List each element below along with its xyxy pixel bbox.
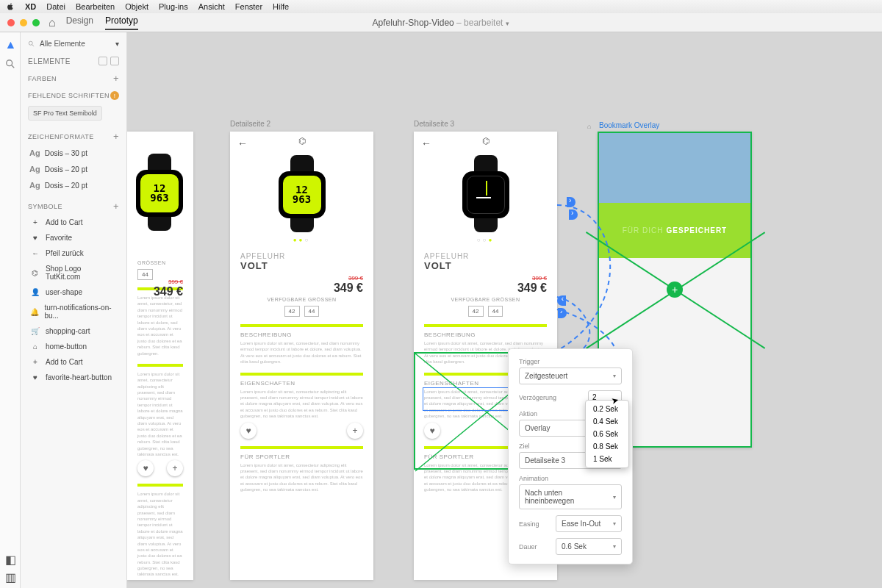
back-arrow-icon[interactable]: ← <box>237 137 248 149</box>
section-char-styles[interactable]: Zeichenformate+ <box>28 131 119 142</box>
filter-elements[interactable]: Alle Elemente ▾ <box>28 40 119 48</box>
artboard-detail2[interactable]: Detailseite 2 ← ⌬ 12963 ●●○ APFELUHR VOL… <box>230 132 373 580</box>
delay-option[interactable]: 0.2 Sek <box>586 403 628 415</box>
size-option[interactable]: 42 <box>468 306 484 317</box>
menu-plugins[interactable]: Plug-ins <box>159 2 188 11</box>
char-style-item[interactable]: AgDosis – 30 pt <box>28 145 119 161</box>
delay-option[interactable]: 0.8 Sek <box>586 440 628 453</box>
svg-point-0 <box>6 60 12 66</box>
menu-bearbeiten[interactable]: Bearbeiten <box>76 2 115 11</box>
product-brand: APFELUHR <box>424 252 547 260</box>
symbol-item[interactable]: ⌬Shop Logo TutKit.com <box>28 261 119 284</box>
overlay-green-panel: FÜR DICHGESPEICHERT <box>599 203 750 258</box>
sizes-label: VERFÜGBARE GRÖSSEN <box>240 297 363 302</box>
chevron-down-icon[interactable]: ▾ <box>506 20 509 27</box>
symbol-item[interactable]: ⌂home-button <box>28 339 119 354</box>
dropdown-easing[interactable]: Ease In-Out▾ <box>556 515 622 532</box>
artboard-label[interactable]: Bookmark Overlay <box>599 121 659 129</box>
overlay-blue-panel <box>599 133 750 203</box>
add-style-icon[interactable]: + <box>113 131 119 142</box>
menu-objekt[interactable]: Objekt <box>125 2 148 11</box>
symbol-item[interactable]: ♥favorite-heart-button <box>28 370 119 385</box>
filter-label: Alle Elemente <box>40 40 85 48</box>
home-artboard-icon[interactable]: ⌂ <box>587 123 591 130</box>
section-elements: ELEMENTE <box>28 57 119 65</box>
label-delay: Verzögerung <box>519 394 556 401</box>
tab-prototyp[interactable]: Prototyp <box>105 15 138 30</box>
window-controls[interactable] <box>7 19 40 26</box>
section-symbols[interactable]: Symbole+ <box>28 201 119 212</box>
proto-connector-handle[interactable] <box>569 209 578 220</box>
size-option[interactable]: 44 <box>304 306 320 317</box>
add-color-icon[interactable]: + <box>113 73 119 84</box>
grid-view-icon[interactable] <box>110 57 119 65</box>
dropdown-trigger[interactable]: Zeitgesteuert▾ <box>519 368 622 384</box>
add-interaction-icon[interactable]: + <box>667 282 683 298</box>
select-tool-icon[interactable]: ▲ <box>5 38 15 49</box>
warning-icon: ! <box>110 91 119 100</box>
layers-icon[interactable]: ◧ <box>5 553 15 563</box>
symbol-item[interactable]: +Add to Cart <box>28 354 119 370</box>
tab-design[interactable]: Design <box>66 15 93 30</box>
menu-fenster[interactable]: Fenster <box>235 2 262 11</box>
delay-option[interactable]: 0.6 Sek <box>586 428 628 440</box>
proto-connector-handle[interactable] <box>567 197 576 207</box>
list-view-icon[interactable] <box>98 57 107 65</box>
symbol-item[interactable]: ♥Favorite <box>28 230 119 245</box>
proto-connector-handle[interactable] <box>558 308 567 318</box>
artboard-label[interactable]: Detailseite 3 <box>414 120 454 128</box>
symbol-item[interactable]: ←Pfeil zurück <box>28 245 119 261</box>
menu-ansicht[interactable]: Ansicht <box>198 2 225 11</box>
symbol-item[interactable]: 🔔turn-notifications-on-bu... <box>28 300 119 323</box>
favorite-icon[interactable]: ♥ <box>240 423 257 439</box>
design-canvas[interactable]: 12963 399 €349 € GRÖSSEN 44 Lorem ipsum … <box>127 32 882 588</box>
label-duration: Dauer <box>519 543 537 551</box>
titlebar: ⌂ Design Prototyp Apfeluhr-Shop-Video – … <box>0 13 882 32</box>
delay-option[interactable]: 0.4 Sek <box>586 415 628 428</box>
price-old: 399 € <box>517 275 547 282</box>
section-colors[interactable]: Farben+ <box>28 73 119 84</box>
maximize-icon[interactable] <box>32 19 40 26</box>
apple-icon[interactable] <box>6 2 15 11</box>
favorite-icon[interactable]: ♥ <box>137 460 154 476</box>
close-icon[interactable] <box>7 19 15 26</box>
artboard-label[interactable]: Detailseite 2 <box>230 120 270 128</box>
document-title[interactable]: Apfeluhr-Shop-Video – bearbeitet▾ <box>373 18 510 28</box>
logo-icon: ⌬ <box>298 136 306 146</box>
price-old: 399 € <box>154 279 183 285</box>
menu-datei[interactable]: Datei <box>46 2 65 11</box>
assets-panel: Alle Elemente ▾ ELEMENTE Farben+ Fehlend… <box>21 32 127 588</box>
delay-options-menu[interactable]: 0.2 Sek 0.4 Sek 0.6 Sek 0.8 Sek 1 Sek <box>585 400 629 468</box>
home-icon[interactable]: ⌂ <box>49 16 56 29</box>
search-icon[interactable] <box>5 59 15 69</box>
symbol-item[interactable]: +Add to Cart <box>28 215 119 230</box>
section-missing-fonts: Fehlende Schriften! <box>28 91 119 100</box>
assets-icon[interactable]: ▥ <box>5 570 15 581</box>
size-option[interactable]: 42 <box>284 306 300 317</box>
char-style-item[interactable]: AgDosis – 20 pt <box>28 161 119 177</box>
chevron-down-icon[interactable]: ▾ <box>115 40 119 48</box>
proto-connector-handle[interactable] <box>557 295 566 306</box>
minimize-icon[interactable] <box>20 19 27 26</box>
app-name[interactable]: XD <box>25 2 36 11</box>
add-icon[interactable]: + <box>167 460 183 476</box>
artboard-detail1[interactable]: 12963 399 €349 € GRÖSSEN 44 Lorem ipsum … <box>127 132 193 580</box>
menu-hilfe[interactable]: Hilfe <box>273 2 289 11</box>
size-option[interactable]: 44 <box>137 269 153 280</box>
dropdown-duration[interactable]: 0.6 Sek▾ <box>556 538 622 555</box>
logo-icon: ⌬ <box>482 136 490 146</box>
sizes-label: VERFÜGBARE GRÖSSEN <box>424 297 547 302</box>
back-arrow-icon[interactable]: ← <box>421 137 431 149</box>
char-style-item[interactable]: AgDosis – 20 pt <box>28 177 119 193</box>
product-brand: APFELUHR <box>240 252 363 260</box>
dropdown-animation[interactable]: Nach unten hineinbewegen▾ <box>519 484 622 509</box>
missing-font-chip[interactable]: SF Pro Text Semibold <box>28 106 102 121</box>
symbol-item[interactable]: 👤user-shape <box>28 284 119 300</box>
add-symbol-icon[interactable]: + <box>113 201 119 212</box>
size-option[interactable]: 44 <box>488 306 503 317</box>
symbol-item[interactable]: 🛒shopping-cart <box>28 323 119 339</box>
label-trigger: Trigger <box>519 358 622 365</box>
add-icon[interactable]: + <box>347 423 363 439</box>
doc-name: Apfeluhr-Shop-Video <box>373 18 454 28</box>
delay-option[interactable]: 1 Sek <box>586 453 628 465</box>
